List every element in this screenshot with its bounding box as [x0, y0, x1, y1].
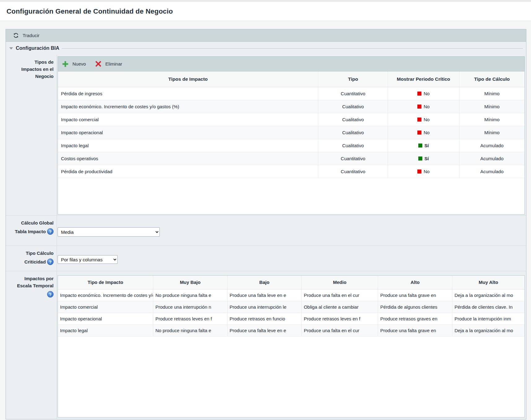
impact-tipo-cell: Cualitativo: [318, 113, 388, 126]
critical-flag: No: [424, 169, 429, 174]
critical-flag: No: [424, 104, 429, 109]
section-divider: [62, 48, 523, 49]
temporal-tipo-cell: Impacto económico. Incremento de costes …: [58, 289, 153, 301]
table-row[interactable]: Impacto legal No produce ninguna falta e…: [58, 324, 524, 336]
temporal-bajo-cell: Produce una falta leve en e: [227, 324, 302, 336]
impact-tipo-cell: Cuantitativo: [318, 152, 388, 165]
translate-refresh-icon: [13, 32, 19, 39]
table-row[interactable]: Impacto legal Cualitativo Sí Acumulado: [58, 139, 524, 152]
impact-calculo-cell: Acumulado: [459, 152, 524, 165]
col-header-tipo-de-calculo: Tipo de Cálculo: [459, 71, 524, 87]
critical-period-cell: No: [388, 126, 459, 139]
impact-name-cell: Impacto comercial: [58, 113, 318, 126]
translate-label: Traducir: [23, 33, 39, 38]
critical-flag: Sí: [424, 156, 429, 161]
help-icon[interactable]: ?: [47, 291, 54, 298]
temporal-bajo-cell: Produce retrasos en funcio: [227, 313, 302, 324]
table-row[interactable]: Impacto operacional Cualitativo No Mínim…: [58, 126, 524, 139]
form-row-criticality-calc: Tipo Cálculo Criticidad ? Por filas y co…: [6, 246, 526, 271]
new-button[interactable]: Nuevo: [62, 61, 86, 67]
status-square-icon: [417, 131, 421, 135]
form-row-temporal-impacts: Impactos por Escala Temporal ? Tipo de I…: [6, 271, 526, 419]
temporal-muy-alto-cell: Deja a la organización al mo: [452, 289, 524, 301]
temporal-impacts-grid: Tipo de Impacto Muy Bajo Bajo Medio Alto…: [58, 275, 525, 418]
col-header-muy-bajo: Muy Bajo: [153, 276, 227, 289]
form-row-global-calc: Cálculo Global Tabla Impacto ? Media: [6, 216, 526, 246]
table-row[interactable]: Impacto económico. Incremento de costes …: [58, 289, 524, 301]
impact-calculo-cell: Mínimo: [459, 113, 524, 126]
impact-types-header-row: Tipos de Impacto Tipo Mostrar Periodo Cr…: [58, 71, 524, 87]
impact-name-cell: Impacto operacional: [58, 126, 318, 139]
critical-flag: No: [424, 117, 429, 122]
temporal-muy-bajo-cell: No produce ninguna falta e: [153, 289, 227, 301]
translate-button[interactable]: Traducir: [13, 32, 39, 39]
page-title: Configuración General de Continuidad de …: [7, 7, 173, 15]
plus-icon: [62, 61, 69, 67]
temporal-muy-alto-cell: Deja a la organización al mo: [452, 324, 524, 336]
table-row[interactable]: Impacto comercial Cualitativo No Mínimo: [58, 113, 524, 126]
temporal-medio-cell: Obliga al cliente a cambiar: [302, 301, 378, 313]
temporal-alto-cell: Produce retrasos graves en: [378, 313, 452, 324]
table-row[interactable]: Impacto comercial Produce una interrupci…: [58, 301, 524, 313]
bia-form: Tipos de Impactos en el Negocio Nuevo: [6, 55, 526, 419]
global-calc-select[interactable]: Media: [58, 227, 160, 237]
impact-types-grid-toolbar: Nuevo Eliminar: [58, 57, 524, 71]
critical-period-cell: Sí: [388, 152, 459, 165]
col-header-muy-alto: Muy Alto: [452, 276, 524, 289]
status-square-icon: [417, 118, 421, 122]
temporal-medio-cell: Produce retrasos leves en f: [302, 313, 378, 324]
impact-types-table-area: Tipos de Impacto Tipo Mostrar Periodo Cr…: [58, 71, 524, 214]
section-header: Configuración BIA: [6, 42, 526, 55]
col-header-bajo: Bajo: [227, 276, 302, 289]
temporal-bajo-cell: Produce una falta leve en e: [227, 289, 302, 301]
temporal-alto-cell: Produce una falta grave en: [378, 289, 452, 301]
temporal-medio-cell: Produce una falta en el cur: [302, 324, 378, 336]
delete-button[interactable]: Eliminar: [95, 61, 122, 67]
table-row[interactable]: Pérdida de ingresos Cuantitativo No Míni…: [58, 87, 524, 100]
table-row[interactable]: Costos operativos Cuantitativo Sí Acumul…: [58, 152, 524, 165]
col-header-tipo: Tipo: [318, 71, 388, 87]
temporal-impacts-content: Tipo de Impacto Muy Bajo Bajo Medio Alto…: [57, 271, 526, 419]
global-calc-content: Media: [57, 216, 526, 246]
status-square-icon: [417, 105, 421, 109]
temporal-alto-cell: Produce una falta grave en: [378, 324, 452, 336]
help-icon[interactable]: ?: [47, 259, 54, 265]
temporal-muy-bajo-cell: Produce una interrupción n: [153, 301, 227, 313]
x-icon: [95, 61, 102, 67]
impact-types-grid: Nuevo Eliminar: [58, 56, 525, 215]
temporal-header-row: Tipo de Impacto Muy Bajo Bajo Medio Alto…: [58, 276, 524, 289]
impact-tipo-cell: Cualitativo: [318, 126, 388, 139]
section-title: Configuración BIA: [16, 45, 59, 51]
table-row[interactable]: Impacto operacional Produce retrasos lev…: [58, 313, 524, 324]
critical-period-cell: Sí: [388, 139, 459, 152]
temporal-muy-alto-cell: Pérdida de clientes clave. In: [452, 301, 524, 313]
col-header-tipo-de-impacto: Tipo de Impacto: [58, 276, 153, 289]
col-header-medio: Medio: [302, 276, 378, 289]
collapse-triangle-icon[interactable]: [9, 47, 13, 49]
temporal-muy-alto-cell: Produce la interrupción inm: [452, 313, 524, 324]
temporal-tipo-cell: Impacto comercial: [58, 301, 153, 313]
table-row[interactable]: Impacto económico. Incremento de costes …: [58, 100, 524, 113]
temporal-impacts-table-area: Tipo de Impacto Muy Bajo Bajo Medio Alto…: [58, 276, 524, 417]
page-header: Configuración General de Continuidad de …: [0, 2, 531, 21]
impact-calculo-cell: Acumulado: [459, 139, 524, 152]
criticality-calc-label-cell: Tipo Cálculo Criticidad ?: [6, 246, 57, 271]
criticality-calc-select[interactable]: Por filas y columnas: [58, 255, 118, 264]
table-row[interactable]: Pérdida de productividad Cuantitativo No…: [58, 165, 524, 178]
impact-types-table: Tipos de Impacto Tipo Mostrar Periodo Cr…: [58, 71, 524, 178]
help-icon[interactable]: ?: [47, 228, 54, 235]
impact-calculo-cell: Mínimo: [459, 87, 524, 100]
bia-config-panel: Traducir Configuración BIA Tipos de Impa…: [6, 29, 526, 419]
critical-period-cell: No: [388, 113, 459, 126]
temporal-impacts-label-cell: Impactos por Escala Temporal ?: [6, 271, 57, 419]
delete-button-label: Eliminar: [105, 61, 122, 66]
impact-name-cell: Pérdida de ingresos: [58, 87, 318, 100]
critical-period-cell: No: [388, 100, 459, 113]
impact-tipo-cell: Cuantitativo: [318, 165, 388, 178]
impact-tipo-cell: Cuantitativo: [318, 87, 388, 100]
form-row-impact-types: Tipos de Impactos en el Negocio Nuevo: [6, 55, 526, 216]
col-header-mostrar-periodo-critico: Mostrar Periodo Crítico: [388, 71, 459, 87]
temporal-muy-bajo-cell: Produce retrasos leves en f: [153, 313, 227, 324]
impact-types-content: Nuevo Eliminar: [57, 55, 526, 215]
impact-name-cell: Impacto económico. Incremento de costes …: [58, 100, 318, 113]
